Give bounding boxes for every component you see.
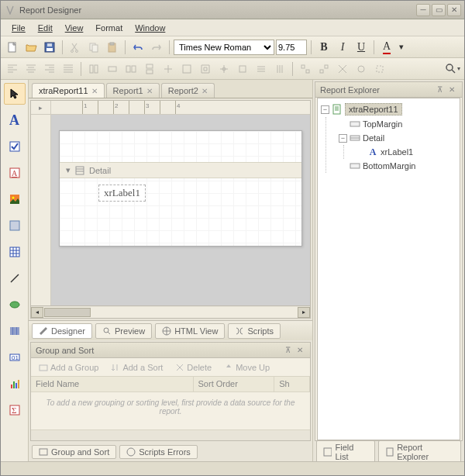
font-color-dropdown[interactable]: ▾ bbox=[397, 39, 406, 56]
zipcode-tool[interactable]: 01 bbox=[4, 347, 26, 368]
align-tool-9[interactable] bbox=[234, 60, 251, 78]
panel-tool[interactable] bbox=[4, 215, 26, 236]
align-tool-11[interactable] bbox=[271, 60, 288, 78]
tree-node-bottommargin[interactable]: BottomMargin bbox=[339, 159, 456, 173]
xr-label-control[interactable]: xrLabel1 bbox=[98, 185, 146, 202]
align-left-icon[interactable] bbox=[4, 60, 21, 78]
tree-node-detail[interactable]: − Detail bbox=[339, 131, 456, 145]
horizontal-ruler[interactable] bbox=[51, 101, 310, 114]
ruler-corner[interactable]: ▸ bbox=[31, 101, 51, 114]
open-button[interactable] bbox=[22, 39, 40, 56]
underline-button[interactable]: U bbox=[353, 39, 370, 56]
save-button[interactable] bbox=[41, 39, 58, 56]
col-field-name[interactable]: Field Name bbox=[31, 377, 194, 391]
expander-icon[interactable]: − bbox=[339, 134, 347, 143]
chart-tool[interactable] bbox=[4, 373, 26, 395]
detail-band-header[interactable]: ▾ Detail bbox=[60, 162, 301, 178]
font-name-select[interactable]: Times New Roman bbox=[174, 40, 274, 55]
explorer-tree[interactable]: − xtraReport11 TopMargin − bbox=[317, 98, 460, 440]
align-tool-2[interactable] bbox=[104, 60, 121, 78]
tree-node-xrlabel1[interactable]: A xrLabel1 bbox=[356, 145, 456, 159]
label-tool[interactable]: A bbox=[4, 109, 26, 131]
vertical-ruler[interactable] bbox=[31, 115, 51, 305]
close-icon[interactable]: ✕ bbox=[202, 87, 208, 95]
align-tool-8[interactable] bbox=[215, 60, 232, 78]
align-center-icon[interactable] bbox=[22, 60, 40, 78]
collapse-icon[interactable]: ▾ bbox=[66, 165, 71, 175]
zoom-button[interactable]: ▾ bbox=[444, 60, 461, 78]
menu-edit[interactable]: Edit bbox=[32, 22, 59, 34]
close-button[interactable]: ✕ bbox=[447, 4, 461, 16]
align-tool-5[interactable] bbox=[160, 60, 177, 78]
report-page[interactable]: ▾ Detail xrLabel1 bbox=[59, 130, 302, 247]
align-tool-3[interactable] bbox=[122, 60, 140, 78]
field-list-tab[interactable]: Field List bbox=[316, 440, 375, 464]
maximize-button[interactable]: ▭ bbox=[432, 4, 446, 16]
tab-report2[interactable]: Report2✕ bbox=[161, 83, 215, 98]
align-tool-4[interactable] bbox=[141, 60, 158, 78]
align-tool-13[interactable] bbox=[315, 60, 332, 78]
close-icon[interactable]: ✕ bbox=[91, 87, 98, 95]
checkbox-tool[interactable] bbox=[4, 136, 26, 157]
font-size-input[interactable] bbox=[276, 40, 307, 55]
paste-button[interactable] bbox=[104, 39, 121, 56]
align-tool-12[interactable] bbox=[297, 60, 314, 78]
align-justify-icon[interactable] bbox=[60, 60, 77, 78]
close-icon[interactable]: ✕ bbox=[146, 87, 153, 95]
menu-view[interactable]: View bbox=[59, 22, 90, 34]
add-group-button[interactable]: Add a Group bbox=[34, 361, 103, 374]
menu-window[interactable]: Window bbox=[129, 22, 171, 34]
font-color-button[interactable]: A bbox=[378, 39, 395, 56]
tree-node-topmargin[interactable]: TopMargin bbox=[339, 117, 456, 131]
align-tool-10[interactable] bbox=[253, 60, 270, 78]
menu-file[interactable]: File bbox=[5, 22, 32, 34]
align-tool-6[interactable] bbox=[178, 60, 195, 78]
html-view-tab[interactable]: HTML View bbox=[155, 323, 225, 339]
pointer-tool[interactable] bbox=[4, 83, 26, 105]
expander-icon[interactable]: − bbox=[321, 105, 329, 114]
align-tool-7[interactable] bbox=[197, 60, 214, 78]
redo-button[interactable] bbox=[148, 39, 165, 56]
bold-button[interactable]: B bbox=[315, 39, 332, 56]
pin-icon[interactable]: ⊼ bbox=[434, 85, 445, 95]
undo-button[interactable] bbox=[129, 39, 146, 56]
col-show[interactable]: Sh bbox=[274, 377, 310, 391]
richtext-tool[interactable]: A bbox=[4, 162, 26, 184]
align-tool-15[interactable] bbox=[353, 60, 370, 78]
minimize-button[interactable]: ─ bbox=[416, 4, 430, 16]
col-sort-order[interactable]: Sort Order bbox=[194, 377, 275, 391]
panel-close-icon[interactable]: ✕ bbox=[446, 85, 457, 95]
scroll-left-button[interactable]: ◂ bbox=[31, 307, 43, 318]
italic-button[interactable]: I bbox=[334, 39, 351, 56]
scripts-errors-tab[interactable]: Scripts Errors bbox=[119, 445, 198, 459]
scripts-tab[interactable]: Scripts bbox=[228, 323, 281, 339]
table-tool[interactable] bbox=[4, 241, 26, 263]
align-tool-1[interactable] bbox=[85, 60, 102, 78]
design-surface[interactable]: ▾ Detail xrLabel1 bbox=[51, 115, 310, 305]
line-tool[interactable] bbox=[4, 267, 26, 289]
menu-format[interactable]: Format bbox=[89, 22, 129, 34]
panel-scrollbar[interactable] bbox=[31, 429, 310, 440]
tab-xtrareport11[interactable]: xtraReport11✕ bbox=[32, 83, 105, 98]
detail-band-body[interactable]: xrLabel1 bbox=[60, 178, 301, 217]
preview-tab[interactable]: Preview bbox=[95, 323, 152, 339]
cut-button[interactable] bbox=[67, 39, 84, 56]
align-right-icon[interactable] bbox=[41, 60, 58, 78]
scroll-right-button[interactable]: ▸ bbox=[298, 307, 310, 318]
sigma-tool[interactable]: Σ bbox=[4, 399, 26, 421]
report-explorer-tab[interactable]: Report Explorer bbox=[378, 440, 461, 464]
align-tool-14[interactable] bbox=[334, 60, 351, 78]
panel-close-icon[interactable]: ✕ bbox=[294, 345, 305, 356]
group-sort-tab[interactable]: Group and Sort bbox=[32, 445, 116, 459]
tree-node-root[interactable]: − xtraReport11 bbox=[321, 102, 456, 117]
pin-icon[interactable]: ⊼ bbox=[282, 345, 293, 356]
scroll-thumb[interactable] bbox=[44, 308, 91, 317]
move-up-button[interactable]: Move Up bbox=[219, 361, 274, 374]
new-button[interactable] bbox=[4, 39, 21, 56]
picture-tool[interactable] bbox=[4, 188, 26, 210]
copy-button[interactable] bbox=[85, 39, 102, 56]
add-sort-button[interactable]: Add a Sort bbox=[106, 361, 167, 374]
delete-button[interactable]: Delete bbox=[170, 361, 216, 374]
designer-tab[interactable]: Designer bbox=[32, 323, 92, 339]
shape-tool[interactable] bbox=[4, 294, 26, 316]
